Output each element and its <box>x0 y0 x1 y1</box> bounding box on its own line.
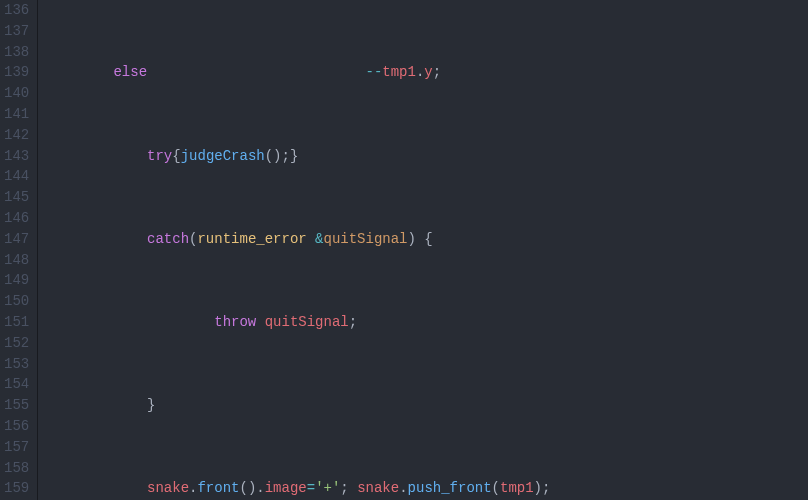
code-editor: 1361371381391401411421431441451461471481… <box>0 0 808 500</box>
variable: quitSignal <box>265 314 349 330</box>
function-call: judgeCrash <box>181 148 265 164</box>
keyword-throw: throw <box>214 314 256 330</box>
code-line[interactable]: throw quitSignal; <box>46 312 550 333</box>
code-line[interactable]: try{judgeCrash();} <box>46 146 550 167</box>
semicolon: ; <box>340 480 348 496</box>
operator: -- <box>365 64 382 80</box>
line-number: 159 <box>4 478 29 499</box>
brace: } <box>147 397 155 413</box>
brace: { <box>424 231 432 247</box>
space <box>256 314 264 330</box>
code-line[interactable]: else --tmp1.y; <box>46 62 550 83</box>
paren-close: ) <box>408 231 416 247</box>
line-number-gutter: 1361371381391401411421431441451461471481… <box>0 0 38 500</box>
property: y <box>424 64 432 80</box>
variable: tmp1 <box>382 64 416 80</box>
line-number: 148 <box>4 250 29 271</box>
indent <box>46 148 147 164</box>
function-call: push_front <box>408 480 492 496</box>
line-number: 136 <box>4 0 29 21</box>
line-number: 151 <box>4 312 29 333</box>
line-number: 156 <box>4 416 29 437</box>
space <box>307 231 315 247</box>
property: image <box>265 480 307 496</box>
semicolon: ; <box>433 64 441 80</box>
type: runtime_error <box>197 231 306 247</box>
line-number: 141 <box>4 104 29 125</box>
brace: } <box>290 148 298 164</box>
line-number: 155 <box>4 395 29 416</box>
line-number: 149 <box>4 270 29 291</box>
indent <box>46 231 147 247</box>
line-number: 144 <box>4 166 29 187</box>
function-call: front <box>197 480 239 496</box>
line-number: 146 <box>4 208 29 229</box>
line-number: 152 <box>4 333 29 354</box>
variable: snake <box>357 480 399 496</box>
code-line[interactable]: snake.front().image='+'; snake.push_fron… <box>46 478 550 499</box>
indent <box>46 480 147 496</box>
brace: { <box>172 148 180 164</box>
argument: tmp1 <box>500 480 534 496</box>
indent <box>46 64 113 80</box>
spacer <box>147 64 365 80</box>
line-number: 137 <box>4 21 29 42</box>
semicolon: ; <box>349 314 357 330</box>
keyword-catch: catch <box>147 231 189 247</box>
parens: (); <box>265 148 290 164</box>
keyword-try: try <box>147 148 172 164</box>
line-number: 142 <box>4 125 29 146</box>
line-number: 145 <box>4 187 29 208</box>
paren-open: ( <box>492 480 500 496</box>
code-area[interactable]: else --tmp1.y; try{judgeCrash();} catch(… <box>38 0 550 500</box>
line-number: 157 <box>4 437 29 458</box>
line-number: 139 <box>4 62 29 83</box>
indent <box>46 397 147 413</box>
line-number: 140 <box>4 83 29 104</box>
operator: = <box>307 480 315 496</box>
parens: () <box>239 480 256 496</box>
paren-close: ) <box>534 480 542 496</box>
line-number: 150 <box>4 291 29 312</box>
line-number: 143 <box>4 146 29 167</box>
code-line[interactable]: catch(runtime_error &quitSignal) { <box>46 229 550 250</box>
dot: . <box>256 480 264 496</box>
line-number: 138 <box>4 42 29 63</box>
line-number: 153 <box>4 354 29 375</box>
string: '+' <box>315 480 340 496</box>
param: quitSignal <box>324 231 408 247</box>
indent <box>46 314 214 330</box>
amp: & <box>315 231 323 247</box>
semicolon: ; <box>542 480 550 496</box>
line-number: 154 <box>4 374 29 395</box>
dot: . <box>399 480 407 496</box>
space <box>349 480 357 496</box>
line-number: 147 <box>4 229 29 250</box>
code-line[interactable]: } <box>46 395 550 416</box>
line-number: 158 <box>4 458 29 479</box>
variable: snake <box>147 480 189 496</box>
keyword-else: else <box>113 64 147 80</box>
